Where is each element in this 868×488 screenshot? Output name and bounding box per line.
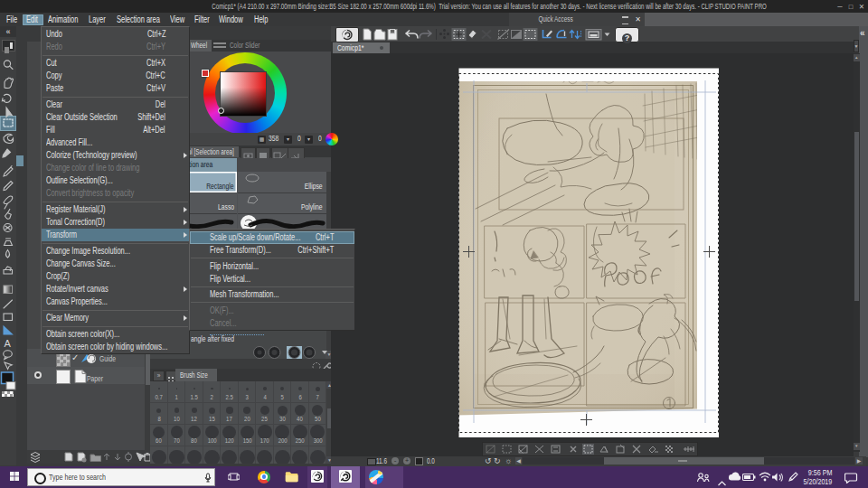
svg-text:A: A	[5, 338, 12, 349]
